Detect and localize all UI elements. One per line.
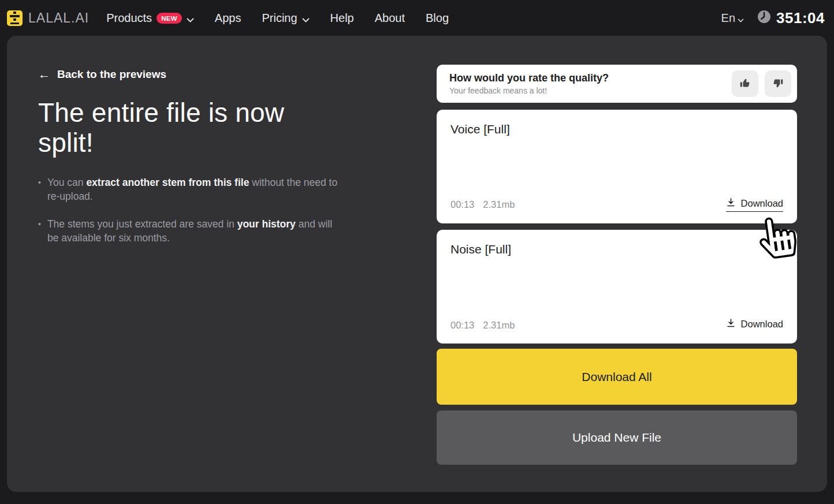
list-item: • The stems you just extracted are saved… <box>38 217 344 245</box>
minutes-balance[interactable]: 351:04 <box>757 9 825 27</box>
nav-help-label: Help <box>330 12 354 25</box>
back-to-previews-link[interactable]: ← Back to the previews <box>38 68 408 81</box>
nav-pricing-label: Pricing <box>262 12 297 25</box>
lalal-logo-icon <box>7 10 23 26</box>
download-noise-link[interactable]: Download <box>726 318 783 332</box>
main-panel: ← Back to the previews The entire file i… <box>7 36 827 492</box>
list-item: • You can extract another stem from this… <box>38 176 344 203</box>
back-link-label: Back to the previews <box>57 68 166 81</box>
download-icon <box>726 318 736 330</box>
stem-meta: 00:13 2.31mb <box>450 199 515 210</box>
bullet-icon: • <box>38 176 41 203</box>
new-badge: NEW <box>157 13 182 24</box>
bullet-text-strong: extract another stem from this file <box>86 177 249 188</box>
nav-apps[interactable]: Apps <box>215 12 241 25</box>
stem-filesize: 2.31mb <box>483 320 515 331</box>
stem-footer: 00:13 2.31mb Download <box>450 197 783 212</box>
brand-name: LALAL.AI <box>28 10 89 26</box>
upload-new-file-button[interactable]: Upload New File <box>437 410 797 465</box>
feedback-text-block: How would you rate the quality? Your fee… <box>449 72 609 95</box>
nav-about-label: About <box>375 12 405 25</box>
nav-products[interactable]: Products NEW <box>106 11 194 25</box>
feedback-subtitle: Your feedback means a lot! <box>449 86 609 95</box>
feedback-buttons <box>732 70 791 97</box>
bullet-icon: • <box>38 217 41 245</box>
nav-products-label: Products <box>106 12 152 25</box>
clock-icon <box>757 9 772 27</box>
quality-feedback-card: How would you rate the quality? Your fee… <box>437 65 797 103</box>
language-selector[interactable]: En <box>721 11 744 25</box>
bullet-text: You can <box>47 177 86 188</box>
download-link-label: Download <box>741 198 783 209</box>
download-all-button[interactable]: Download All <box>437 349 797 405</box>
stem-footer: 00:13 2.31mb Download <box>450 318 783 332</box>
chevron-down-icon <box>738 12 744 25</box>
top-navbar: LALAL.AI Products NEW Apps Pricing Help … <box>0 0 834 36</box>
brand-logo[interactable]: LALAL.AI <box>7 10 89 26</box>
info-bullets: • You can extract another stem from this… <box>38 176 344 245</box>
back-arrow-icon: ← <box>38 68 50 81</box>
nav-blog[interactable]: Blog <box>426 12 449 25</box>
thumbs-down-button[interactable] <box>765 70 791 97</box>
main-nav: Products NEW Apps Pricing Help About Blo… <box>106 11 449 25</box>
stem-card-noise: Noise [Full] 00:13 2.31mb Download <box>437 230 797 344</box>
page-title: The entire file is now split! <box>38 98 315 158</box>
nav-about[interactable]: About <box>375 12 405 25</box>
stem-duration: 00:13 <box>450 199 474 210</box>
bullet-text-strong: your history <box>237 218 296 230</box>
stem-filesize: 2.31mb <box>483 199 515 210</box>
chevron-down-icon <box>187 12 194 25</box>
download-voice-link[interactable]: Download <box>726 197 783 212</box>
nav-apps-label: Apps <box>215 12 241 25</box>
chevron-down-icon <box>302 12 310 25</box>
download-link-label: Download <box>741 319 783 330</box>
nav-blog-label: Blog <box>426 12 449 25</box>
thumbs-up-button[interactable] <box>732 70 758 97</box>
download-panel: How would you rate the quality? Your fee… <box>437 36 797 492</box>
bullet-text: The stems you just extracted are saved i… <box>47 218 237 230</box>
stem-name: Voice [Full] <box>450 122 783 136</box>
language-label: En <box>721 12 735 25</box>
stem-name: Noise [Full] <box>450 242 783 256</box>
stem-meta: 00:13 2.31mb <box>450 320 515 331</box>
stem-card-voice: Voice [Full] 00:13 2.31mb Download <box>437 110 797 223</box>
feedback-title: How would you rate the quality? <box>449 72 609 84</box>
thumbs-down-icon <box>772 77 784 91</box>
thumbs-up-icon <box>739 77 751 91</box>
result-summary: ← Back to the previews The entire file i… <box>38 68 408 492</box>
nav-right-group: En 351:04 <box>721 9 825 27</box>
download-icon <box>726 197 736 210</box>
nav-help[interactable]: Help <box>330 12 354 25</box>
nav-pricing[interactable]: Pricing <box>262 11 309 25</box>
minutes-remaining: 351:04 <box>776 9 825 27</box>
stem-duration: 00:13 <box>450 320 474 331</box>
